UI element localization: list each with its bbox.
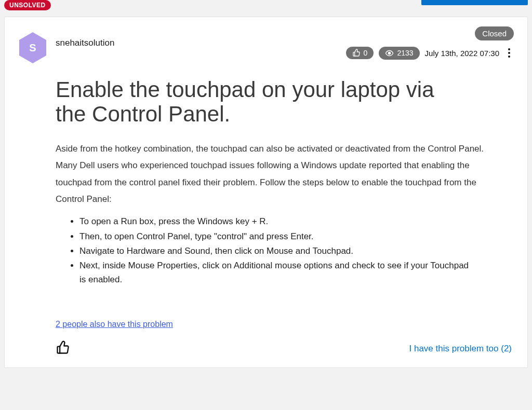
list-item: Next, inside Mouse Properties, click on … xyxy=(79,259,476,286)
post-title: Enable the touchpad on your laptop via t… xyxy=(56,77,461,126)
kudos-button[interactable] xyxy=(56,340,70,357)
post-intro: Aside from the hotkey combination, the t… xyxy=(56,141,497,208)
eye-icon xyxy=(385,49,394,58)
author-name[interactable]: snehaitsolution xyxy=(56,38,114,48)
steps-list: To open a Run box, press the Windows key… xyxy=(56,215,476,286)
views-count: 2133 xyxy=(397,49,413,57)
svg-point-1 xyxy=(389,52,391,54)
more-options-button[interactable] xyxy=(504,46,514,60)
unsolved-badge: UNSOLVED xyxy=(4,0,51,10)
kudos-count: 0 xyxy=(364,49,368,57)
thumbs-up-icon xyxy=(56,340,70,355)
list-item: Then, to open Control Panel, type "contr… xyxy=(79,230,476,243)
have-problem-button[interactable]: I have this problem too (2) xyxy=(409,344,512,354)
status-badge: Closed xyxy=(475,26,514,40)
thumbs-up-icon xyxy=(352,49,361,57)
list-item: Navigate to Hardware and Sound, then cli… xyxy=(79,244,476,258)
primary-action-button[interactable] xyxy=(421,0,528,5)
kudos-pill[interactable]: 0 xyxy=(346,47,374,59)
post-card: S snehaitsolution Closed 0 xyxy=(4,17,528,368)
views-pill: 2133 xyxy=(379,47,419,60)
avatar-initial: S xyxy=(18,32,47,64)
timestamp: July 13th, 2022 07:30 xyxy=(425,49,499,58)
list-item: To open a Run box, press the Windows key… xyxy=(79,215,476,228)
also-have-problem-link[interactable]: 2 people also have this problem xyxy=(56,320,173,329)
avatar[interactable]: S xyxy=(18,32,47,64)
